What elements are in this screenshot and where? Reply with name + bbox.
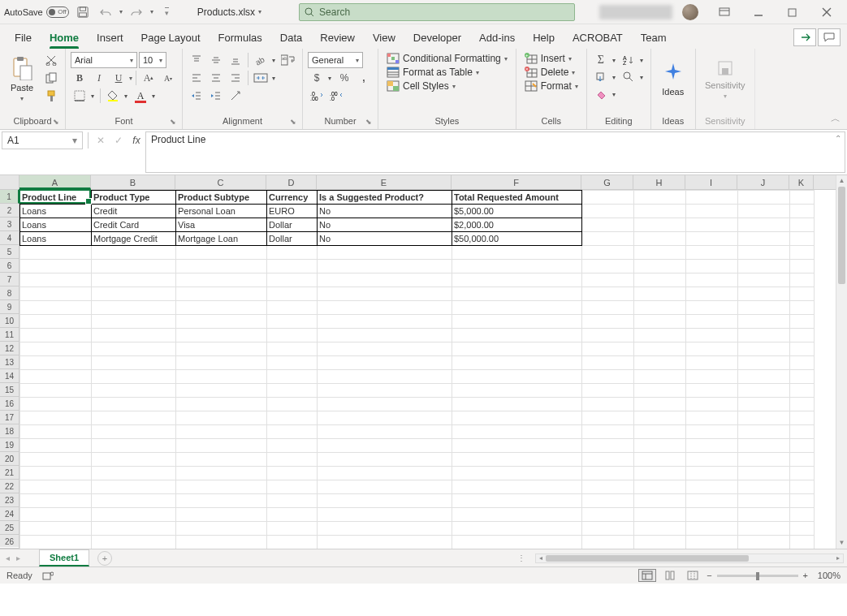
cell-I4[interactable] — [686, 232, 738, 246]
cell-I17[interactable] — [686, 411, 738, 425]
cell-C8[interactable] — [176, 287, 267, 301]
cell-H19[interactable] — [634, 439, 686, 453]
normal-view-button[interactable] — [638, 569, 656, 582]
row-header-7[interactable]: 7 — [0, 273, 19, 286]
cell-F11[interactable] — [452, 329, 582, 342]
cell-J1[interactable] — [738, 191, 790, 205]
cell-G23[interactable] — [582, 494, 634, 508]
cell-F5[interactable] — [452, 246, 582, 260]
shrink-font-button[interactable]: A▾ — [159, 70, 177, 86]
cell-C16[interactable] — [176, 398, 267, 411]
format-as-table-button[interactable]: Format as Table▾ — [383, 66, 482, 79]
row-header-5[interactable]: 5 — [0, 245, 19, 259]
cell-E5[interactable] — [318, 246, 452, 260]
find-select-dropdown[interactable]: ▾ — [637, 69, 646, 85]
vscroll-thumb[interactable] — [838, 187, 845, 284]
row-header-4[interactable]: 4 — [0, 231, 19, 245]
cell-A2[interactable]: Loans — [20, 205, 92, 218]
worksheet-grid[interactable]: ABCDEFGHIJK 1234567891011121314151617181… — [0, 175, 847, 549]
cell-E17[interactable] — [318, 411, 452, 425]
cell-F15[interactable] — [452, 384, 582, 398]
insert-function-button[interactable]: fx — [127, 132, 145, 149]
cell-D15[interactable] — [267, 384, 318, 398]
cell-F14[interactable] — [452, 370, 582, 384]
undo-button[interactable] — [97, 3, 115, 21]
cell-C4[interactable]: Mortgage Loan — [176, 232, 267, 246]
cell-H24[interactable] — [634, 508, 686, 522]
delete-cells-button[interactable]: ×Delete▾ — [521, 66, 579, 79]
orientation-dropdown[interactable]: ▾ — [270, 52, 278, 68]
cell-J14[interactable] — [738, 370, 790, 384]
clipboard-launcher[interactable]: ⬊ — [52, 118, 60, 126]
column-header-D[interactable]: D — [266, 175, 317, 189]
cell-C17[interactable] — [176, 411, 267, 425]
cell-A7[interactable] — [20, 274, 92, 287]
cell-B22[interactable] — [92, 480, 176, 494]
cell-I2[interactable] — [686, 205, 738, 218]
cell-A18[interactable] — [20, 425, 92, 439]
decrease-decimal-button[interactable]: .00.0 — [327, 88, 345, 104]
cell-J18[interactable] — [738, 425, 790, 439]
cell-E20[interactable] — [318, 453, 452, 467]
cell-E26[interactable] — [318, 536, 452, 549]
horizontal-scrollbar[interactable]: ◂ ▸ — [535, 554, 844, 563]
zoom-out-button[interactable]: − — [707, 571, 711, 580]
cell-H21[interactable] — [634, 467, 686, 480]
merge-dropdown[interactable]: ▾ — [270, 70, 278, 86]
cell-E6[interactable] — [318, 260, 452, 274]
cell-C3[interactable]: Visa — [176, 218, 267, 232]
cell-K6[interactable] — [790, 260, 815, 274]
align-bottom-button[interactable] — [227, 52, 244, 68]
cell-C10[interactable] — [176, 315, 267, 329]
cell-I5[interactable] — [686, 246, 738, 260]
sheet-tab-sheet1[interactable]: Sheet1 — [39, 549, 89, 566]
cell-J8[interactable] — [738, 287, 790, 301]
font-color-button[interactable]: A — [132, 88, 149, 104]
cell-F19[interactable] — [452, 439, 582, 453]
cell-F7[interactable] — [452, 274, 582, 287]
cell-E25[interactable] — [318, 522, 452, 536]
cell-J24[interactable] — [738, 508, 790, 522]
cell-I15[interactable] — [686, 384, 738, 398]
cell-J2[interactable] — [738, 205, 790, 218]
row-header-23[interactable]: 23 — [0, 493, 19, 507]
cell-H7[interactable] — [634, 274, 686, 287]
scroll-right-button[interactable]: ▸ — [833, 554, 843, 562]
cell-D20[interactable] — [267, 453, 318, 467]
cell-G10[interactable] — [582, 315, 634, 329]
cell-A4[interactable]: Loans — [20, 232, 92, 246]
cell-styles-button[interactable]: Cell Styles▾ — [383, 80, 459, 93]
cell-K2[interactable] — [790, 205, 815, 218]
cell-F25[interactable] — [452, 522, 582, 536]
cell-A13[interactable] — [20, 356, 92, 370]
cell-D6[interactable] — [267, 260, 318, 274]
column-header-F[interactable]: F — [452, 175, 581, 189]
cell-C19[interactable] — [176, 439, 267, 453]
format-painter-button[interactable] — [42, 88, 60, 104]
cell-K5[interactable] — [790, 246, 815, 260]
cell-F4[interactable]: $50,000.00 — [452, 232, 582, 246]
borders-dropdown[interactable]: ▾ — [89, 88, 97, 104]
cell-J22[interactable] — [738, 480, 790, 494]
column-header-G[interactable]: G — [581, 175, 633, 189]
cell-H3[interactable] — [634, 218, 686, 232]
cell-B7[interactable] — [92, 274, 176, 287]
cell-G15[interactable] — [582, 384, 634, 398]
cell-C6[interactable] — [176, 260, 267, 274]
cell-D16[interactable] — [267, 398, 318, 411]
cell-J20[interactable] — [738, 453, 790, 467]
cell-K10[interactable] — [790, 315, 815, 329]
cell-H15[interactable] — [634, 384, 686, 398]
cell-K1[interactable] — [790, 191, 815, 205]
cell-K18[interactable] — [790, 425, 815, 439]
cell-K15[interactable] — [790, 384, 815, 398]
cell-D24[interactable] — [267, 508, 318, 522]
cell-J9[interactable] — [738, 301, 790, 315]
cell-C15[interactable] — [176, 384, 267, 398]
row-header-6[interactable]: 6 — [0, 259, 19, 273]
cell-A21[interactable] — [20, 467, 92, 480]
cell-B13[interactable] — [92, 356, 176, 370]
cell-I3[interactable] — [686, 218, 738, 232]
comma-button[interactable]: , — [355, 70, 373, 86]
cell-A5[interactable] — [20, 246, 92, 260]
